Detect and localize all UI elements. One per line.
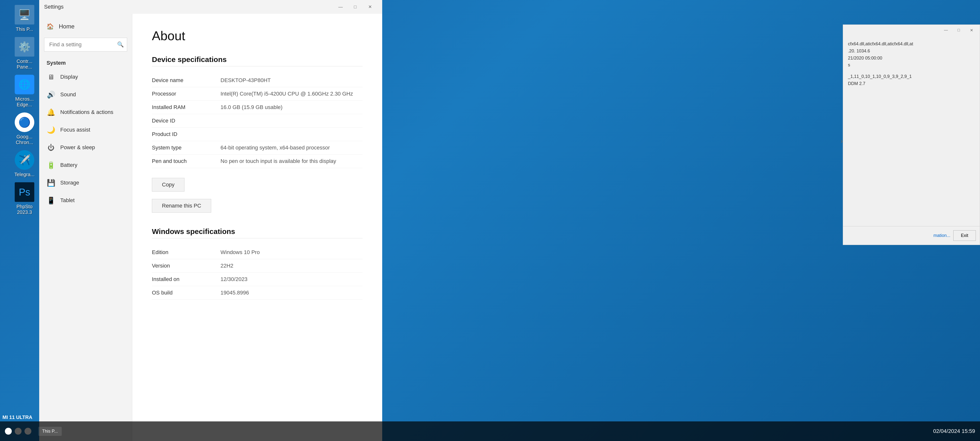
- this-pc-icon: 🖥️: [15, 5, 34, 24]
- spec-row-pen-touch: Pen and touch No pen or touch input is a…: [152, 154, 363, 168]
- spec-row-processor: Processor Intel(R) Core(TM) i5-4200U CPU…: [152, 87, 363, 101]
- about-title: About: [152, 29, 363, 43]
- settings-title: Settings: [44, 4, 64, 10]
- taskbar-circle-1: [5, 428, 12, 435]
- spec-value-ram: 16.0 GB (15.9 GB usable): [221, 104, 363, 110]
- spec-label-product-id: Product ID: [152, 131, 221, 137]
- sidebar-item-home[interactable]: 🏠 Home: [39, 19, 132, 34]
- sound-icon: 🔊: [46, 90, 56, 99]
- maximize-button[interactable]: □: [348, 1, 363, 13]
- action-buttons: Copy: [152, 178, 363, 192]
- secondary-content: cfx64.dll,aticfx64.dll,aticfx64.dll,at .…: [843, 35, 980, 226]
- spec-row-product-id: Product ID: [152, 127, 363, 141]
- spec-value-edition: Windows 10 Pro: [221, 249, 363, 256]
- spec-label-system-type: System type: [152, 145, 221, 151]
- chrome-label: Goog...Chron...: [16, 134, 33, 145]
- sidebar-item-display[interactable]: 🖥 Display: [39, 68, 132, 85]
- taskbar-app-label: This P...: [42, 429, 58, 434]
- sidebar-item-battery[interactable]: 🔋 Battery: [39, 157, 132, 174]
- spec-row-edition: Edition Windows 10 Pro: [152, 246, 363, 259]
- photoshop-icon: Ps: [15, 182, 34, 202]
- spec-row-os-build: OS build 19045.8996: [152, 286, 363, 299]
- windows-specs-table: Edition Windows 10 Pro Version 22H2 Inst…: [152, 246, 363, 299]
- desktop: 🖥️ This P... ⚙️ Contr...Pane... 🌐 Micros…: [0, 0, 980, 441]
- settings-window: Settings — □ ✕ 🏠 Home 🔍 System: [39, 0, 382, 441]
- spec-label-device-id: Device ID: [152, 118, 221, 124]
- rename-pc-button[interactable]: Rename this PC: [152, 199, 211, 213]
- spec-row-system-type: System type 64-bit operating system, x64…: [152, 141, 363, 154]
- sidebar-item-sound[interactable]: 🔊 Sound: [39, 86, 132, 103]
- secondary-text-line6: DDM 2.7: [848, 80, 975, 87]
- spec-value-device-name: DESKTOP-43P80HT: [221, 77, 363, 84]
- spec-label-installed-on: Installed on: [152, 276, 221, 282]
- settings-content: About Device specifications Device name …: [132, 14, 382, 441]
- edge-label: Micros...Edge...: [15, 96, 34, 108]
- display-icon: 🖥: [46, 73, 56, 81]
- secondary-titlebar: — □ ✕: [843, 25, 980, 35]
- battery-label: Battery: [60, 162, 78, 168]
- home-icon: 🏠: [46, 23, 54, 30]
- spec-label-device-name: Device name: [152, 77, 221, 84]
- telegram-label: Telegra...: [14, 172, 35, 177]
- telegram-icon: ✈️: [15, 150, 34, 170]
- power-icon: ⏻: [46, 143, 56, 152]
- taskbar-circle-3: [24, 428, 31, 435]
- photoshop-label: PhpSto2023.3: [16, 204, 33, 215]
- taskbar: This P... 02/04/2024 15:59: [0, 421, 980, 441]
- chrome-icon: 🔵: [15, 113, 34, 132]
- sidebar-item-storage[interactable]: 💾 Storage: [39, 174, 132, 191]
- secondary-text-line4: s: [848, 62, 975, 68]
- sidebar-search[interactable]: 🔍: [44, 38, 127, 51]
- sidebar-section-title: System: [39, 57, 132, 68]
- sidebar-item-power[interactable]: ⏻ Power & sleep: [39, 139, 132, 156]
- storage-icon: 💾: [46, 178, 56, 187]
- secondary-exit-button[interactable]: Exit: [953, 230, 976, 241]
- sound-label: Sound: [60, 91, 76, 98]
- notifications-icon: 🔔: [46, 108, 56, 116]
- taskbar-app-item[interactable]: This P...: [38, 427, 62, 436]
- power-label: Power & sleep: [60, 144, 95, 151]
- display-label: Display: [60, 74, 78, 80]
- control-panel-label: Contr...Pane...: [17, 59, 32, 70]
- taskbar-datetime: 02/04/2024 15:59: [933, 428, 975, 435]
- this-pc-label: This P...: [16, 27, 33, 32]
- secondary-close-button[interactable]: ✕: [965, 26, 978, 35]
- spec-label-pen-touch: Pen and touch: [152, 158, 221, 164]
- secondary-text-line5: _1,11_0,10_1,10_0,9_3,9_2,9_1: [848, 73, 975, 80]
- spec-value-os-build: 19045.8996: [221, 290, 363, 296]
- taskbar-circle-2: [15, 428, 22, 435]
- search-button[interactable]: 🔍: [113, 38, 127, 51]
- control-panel-icon: ⚙️: [15, 37, 34, 57]
- taskbar-left: This P...: [5, 427, 62, 436]
- sidebar-item-focus[interactable]: 🌙 Focus assist: [39, 121, 132, 138]
- spec-value-version: 22H2: [221, 263, 363, 269]
- spec-value-installed-on: 12/30/2023: [221, 276, 363, 282]
- copy-button[interactable]: Copy: [152, 178, 185, 192]
- spec-label-edition: Edition: [152, 249, 221, 256]
- spec-label-ram: Installed RAM: [152, 104, 221, 110]
- taskbar-circles: [5, 428, 31, 435]
- spec-row-version: Version 22H2: [152, 259, 363, 273]
- sidebar-item-tablet[interactable]: 📱 Tablet: [39, 192, 132, 209]
- secondary-maximize-button[interactable]: □: [952, 26, 965, 35]
- settings-sidebar: 🏠 Home 🔍 System 🖥 Display 🔊 Sound: [39, 14, 132, 441]
- secondary-minimize-button[interactable]: —: [940, 26, 952, 35]
- settings-body: 🏠 Home 🔍 System 🖥 Display 🔊 Sound: [39, 14, 382, 441]
- windows-specs-title: Windows specifications: [152, 228, 363, 239]
- minimize-button[interactable]: —: [333, 1, 348, 13]
- spec-row-ram: Installed RAM 16.0 GB (15.9 GB usable): [152, 101, 363, 114]
- edge-icon: 🌐: [15, 75, 34, 94]
- phone-label: MI 11 ULTRA: [2, 414, 32, 420]
- close-button[interactable]: ✕: [363, 1, 377, 13]
- secondary-expand-arrow[interactable]: ›: [841, 137, 843, 145]
- taskbar-right: 02/04/2024 15:59: [933, 428, 975, 435]
- titlebar-controls: — □ ✕: [333, 1, 377, 13]
- device-specs-title: Device specifications: [152, 56, 363, 66]
- spec-value-device-id: [221, 118, 363, 124]
- secondary-link[interactable]: mation...: [934, 233, 950, 238]
- spec-row-installed-on: Installed on 12/30/2023: [152, 273, 363, 286]
- secondary-text-line2: .20. 1034.6: [848, 48, 975, 55]
- sidebar-item-notifications[interactable]: 🔔 Notifications & actions: [39, 104, 132, 121]
- secondary-text-line1: cfx64.dll,aticfx64.dll,aticfx64.dll,at: [848, 40, 975, 48]
- battery-icon: 🔋: [46, 161, 56, 170]
